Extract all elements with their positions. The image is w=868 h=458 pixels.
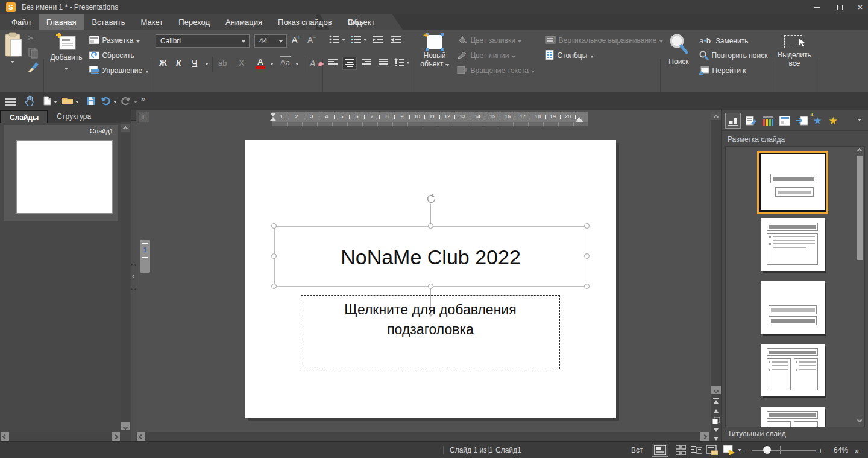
numbered-list-dropdown-icon[interactable]	[363, 39, 367, 41]
scroll-right-button[interactable]	[112, 432, 120, 441]
notes-view-button[interactable]	[703, 444, 720, 457]
justify-button[interactable]	[376, 57, 391, 70]
add-slide-button[interactable]: Добавить	[48, 31, 84, 78]
tab-transition[interactable]: Переход	[171, 14, 218, 30]
pane-tab-format[interactable]	[743, 113, 759, 129]
pane-tab-effects[interactable]: ★	[825, 113, 841, 129]
grow-font-button[interactable]: А+	[292, 34, 301, 45]
tab-layout[interactable]: Макет	[133, 14, 171, 30]
scroll-left-button[interactable]	[1, 432, 9, 441]
align-center-button[interactable]	[342, 57, 357, 70]
slide-thumbnail-item[interactable]: Слайд1	[4, 125, 118, 221]
resize-handle-sw[interactable]	[271, 284, 277, 289]
close-button[interactable]: ×	[851, 0, 868, 14]
open-file-button[interactable]	[61, 97, 74, 107]
redo-button[interactable]	[121, 96, 131, 108]
layout-thumbnail[interactable]	[761, 281, 825, 334]
resize-handle-n[interactable]	[428, 223, 433, 229]
columns-button[interactable]: Столбцы	[545, 49, 594, 60]
zoom-slider-track[interactable]	[752, 450, 816, 451]
scrollbar-thumb[interactable]	[857, 156, 863, 260]
scroll-up-button[interactable]	[711, 112, 721, 120]
change-case-button[interactable]: Аа	[280, 56, 291, 67]
ruler-indent-marker-left[interactable]	[270, 113, 276, 121]
align-right-button[interactable]	[359, 57, 374, 70]
ruler-indent-marker-right[interactable]	[575, 117, 583, 122]
status-more-button[interactable]: »	[855, 446, 859, 455]
canvas-hscrollbar[interactable]	[136, 432, 711, 441]
layout-thumbnail[interactable]	[761, 344, 825, 396]
layout-list-scrollbar[interactable]	[857, 148, 863, 427]
pane-more-dropdown-icon[interactable]	[858, 119, 861, 121]
scroll-left-button[interactable]	[137, 432, 145, 441]
decrease-indent-button[interactable]	[391, 35, 401, 46]
fill-color-button[interactable]: Цвет заливки	[457, 34, 521, 45]
layout-thumbnail[interactable]	[761, 218, 825, 271]
pane-tab-slide-layout[interactable]	[777, 113, 793, 129]
scroll-down-button[interactable]	[711, 386, 721, 394]
clear-format-button[interactable]: А	[310, 58, 324, 69]
minimize-button[interactable]	[808, 0, 826, 14]
slideshow-button[interactable]	[720, 444, 737, 457]
zoom-slider-knob[interactable]	[763, 446, 771, 454]
scroll-right-button[interactable]	[700, 432, 709, 441]
slideshow-dropdown-icon[interactable]	[738, 449, 741, 451]
tab-slides[interactable]: Слайды	[0, 110, 48, 123]
tab-stop-selector[interactable]: L	[139, 112, 149, 122]
save-button[interactable]	[86, 96, 96, 108]
undo-dropdown-icon[interactable]	[113, 101, 117, 103]
format-painter-button[interactable]	[27, 61, 39, 75]
underline-button[interactable]: Ч	[192, 58, 197, 68]
numbered-list-button[interactable]	[351, 35, 361, 46]
scroll-down-button[interactable]	[121, 422, 130, 430]
font-color-button[interactable]: А	[256, 57, 265, 69]
pane-tab-design[interactable]	[760, 113, 776, 129]
bullet-list-button[interactable]	[329, 35, 339, 46]
scroll-up-button[interactable]	[121, 124, 130, 132]
font-color-dropdown-icon[interactable]	[270, 63, 274, 65]
resize-handle-e[interactable]	[584, 253, 590, 259]
next-slide-button[interactable]	[711, 425, 721, 434]
zoom-out-button[interactable]: −	[744, 446, 749, 456]
font-size-select[interactable]: 44	[254, 34, 287, 48]
resize-handle-se[interactable]	[584, 284, 590, 289]
resize-handle-ne[interactable]	[584, 223, 590, 229]
tab-outline[interactable]: Структура	[48, 110, 99, 123]
line-spacing-button[interactable]	[394, 58, 404, 69]
scroll-up-icon[interactable]	[857, 148, 862, 153]
panel-splitter-handle[interactable]	[131, 264, 136, 290]
hand-tool-button[interactable]	[25, 95, 34, 109]
tab-animation[interactable]: Анимация	[218, 14, 270, 30]
slides-panel-vscrollbar[interactable]	[121, 122, 130, 431]
redo-dropdown-icon[interactable]	[134, 101, 137, 103]
toolbar-more-button[interactable]: »	[141, 94, 145, 103]
vertical-align-button[interactable]: Вертикальное выравнивание	[545, 34, 663, 45]
outline-view-button[interactable]	[688, 444, 705, 457]
manage-slides-button[interactable]: Управление	[89, 65, 149, 75]
italic-button[interactable]: К	[176, 58, 181, 68]
search-button[interactable]: Поиск	[663, 31, 694, 80]
slide-overview-button[interactable]	[711, 416, 721, 425]
line-spacing-dropdown-icon[interactable]	[406, 62, 410, 64]
undo-button[interactable]	[100, 96, 111, 108]
line-color-button[interactable]: Цвет линии	[457, 49, 515, 60]
reset-button[interactable]: Сбросить	[89, 49, 134, 60]
scroll-down-icon[interactable]	[857, 418, 862, 422]
horizontal-ruler[interactable]: 1234567891011121314151617181920	[272, 112, 588, 122]
change-case-dropdown-icon[interactable]	[295, 63, 299, 65]
normal-view-button[interactable]	[652, 444, 668, 457]
tab-insert[interactable]: Вставить	[84, 14, 133, 30]
strikethrough-button[interactable]: ab	[218, 59, 227, 68]
main-menu-button[interactable]	[5, 97, 16, 107]
insert-mode-indicator[interactable]: Вст	[631, 446, 643, 454]
zoom-in-button[interactable]: +	[818, 446, 823, 456]
title-textbox[interactable]: NoNaMe Club 2022	[274, 226, 587, 287]
canvas-vscrollbar[interactable]	[711, 112, 721, 441]
font-family-select[interactable]: Calibri	[156, 34, 250, 48]
align-left-button[interactable]	[326, 57, 340, 70]
subscript-button[interactable]: X	[239, 58, 244, 68]
pane-tab-transition[interactable]	[794, 113, 810, 129]
new-document-dropdown-icon[interactable]	[54, 101, 57, 103]
replace-button[interactable]: a•b Заменить	[699, 35, 748, 46]
maximize-button[interactable]	[831, 0, 849, 14]
